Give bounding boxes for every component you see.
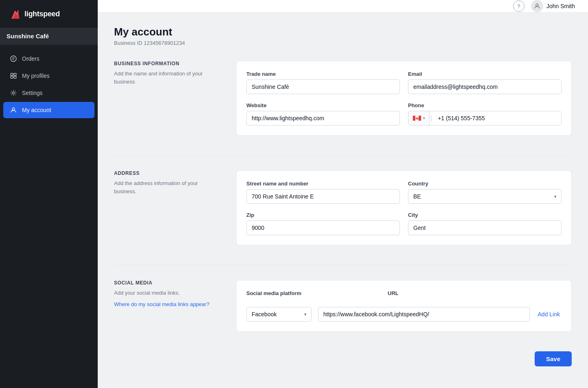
address-section: ADDRESS Add the address information of y… (114, 170, 572, 245)
page-title: My account (114, 26, 572, 38)
user-menu[interactable]: John Smith (531, 0, 575, 12)
footer-actions: Save (114, 351, 572, 379)
website-phone-row: Website Phone 🍁 ▾ (246, 102, 562, 126)
svg-rect-1 (11, 73, 13, 75)
trade-name-group: Trade name (246, 71, 400, 94)
section-info-address: ADDRESS Add the address information of y… (114, 170, 220, 245)
social-media-section: SOCIAL MEDIA Add your social media links… (114, 280, 572, 332)
zip-label: Zip (246, 212, 400, 218)
website-label: Website (246, 102, 400, 108)
settings-label: Settings (22, 90, 43, 96)
phone-input-wrapper: 🍁 ▾ | (408, 111, 562, 126)
help-button[interactable]: ? (513, 0, 524, 12)
phone-group: Phone 🍁 ▾ | (408, 102, 562, 126)
phone-label: Phone (408, 102, 562, 108)
svg-point-7 (536, 4, 538, 7)
sidebar-item-orders[interactable]: Orders (3, 51, 94, 67)
social-link[interactable]: Where do my social media links appear? (114, 301, 220, 307)
account-icon (10, 106, 17, 114)
country-select-wrapper: BE CA US FR (408, 189, 562, 204)
platform-label: Social media platform (246, 290, 380, 296)
sidebar-item-settings[interactable]: Settings (3, 85, 94, 101)
city-group: City (408, 212, 562, 235)
phone-chevron-icon: ▾ (423, 116, 425, 120)
svg-point-6 (12, 108, 15, 110)
country-label: Country (408, 181, 562, 187)
business-info-title: BUSINESS INFORMATION (114, 61, 220, 66)
svg-point-5 (13, 92, 15, 94)
divider-2 (114, 265, 572, 265)
help-icon: ? (517, 3, 520, 9)
sidebar-business[interactable]: Sunshine Café (0, 28, 98, 45)
orders-label: Orders (22, 55, 39, 62)
social-platform-url-row: Social media platform URL (246, 290, 562, 299)
my-account-label: My account (22, 107, 51, 113)
social-title: SOCIAL MEDIA (114, 280, 220, 286)
orders-icon (10, 55, 17, 62)
street-label: Street name and number (246, 181, 400, 187)
website-input[interactable] (246, 111, 400, 126)
username-label: John Smith (546, 3, 575, 9)
lightspeed-logo-icon (8, 7, 21, 20)
platform-select[interactable]: Facebook Instagram Twitter LinkedIn (246, 307, 312, 322)
sidebar-item-my-account[interactable]: My account (3, 102, 94, 118)
street-input[interactable] (246, 189, 400, 204)
platform-select-wrapper: Facebook Instagram Twitter LinkedIn (246, 307, 312, 322)
svg-rect-3 (11, 76, 13, 78)
city-label: City (408, 212, 562, 218)
social-desc: Add your social media links. (114, 289, 220, 297)
zip-city-row: Zip City (246, 212, 562, 235)
save-button[interactable]: Save (535, 351, 572, 366)
profiles-icon (10, 72, 17, 79)
avatar (531, 0, 543, 12)
zip-input[interactable] (246, 220, 400, 235)
business-info-desc: Add the name and information of your bus… (114, 70, 220, 86)
business-id: Business ID 12345678901234 (114, 40, 572, 46)
svg-rect-4 (14, 76, 16, 78)
my-profiles-label: My profiles (22, 73, 50, 79)
page-content: My account Business ID 12345678901234 BU… (98, 13, 588, 388)
email-label: Email (408, 71, 562, 77)
email-input[interactable] (408, 79, 562, 94)
trade-name-label: Trade name (246, 71, 400, 77)
address-title: ADDRESS (114, 170, 220, 176)
add-link-button[interactable]: Add Link (536, 308, 562, 321)
website-group: Website (246, 102, 400, 126)
street-country-row: Street name and number Country BE CA US … (246, 181, 562, 204)
logo-text: lightspeed (24, 10, 60, 18)
url-input-group (318, 307, 530, 322)
country-group: Country BE CA US FR (408, 181, 562, 204)
section-info-social: SOCIAL MEDIA Add your social media links… (114, 280, 220, 332)
url-label: URL (388, 290, 521, 296)
address-desc: Add the address information of your busi… (114, 179, 220, 195)
topbar: ? John Smith (98, 0, 588, 13)
phone-number-input[interactable] (433, 111, 561, 125)
sidebar: lightspeed Sunshine Café Orders (0, 0, 98, 388)
business-info-section: BUSINESS INFORMATION Add the name and in… (114, 61, 572, 136)
city-input[interactable] (408, 220, 562, 235)
divider-1 (114, 155, 572, 156)
trade-email-row: Trade name Email (246, 71, 562, 94)
svg-rect-2 (14, 73, 16, 75)
sidebar-item-my-profiles[interactable]: My profiles (3, 68, 94, 84)
sidebar-nav: Orders My profiles Settings (0, 48, 98, 388)
zip-group: Zip (246, 212, 400, 235)
social-url-input[interactable] (318, 307, 530, 322)
street-group: Street name and number (246, 181, 400, 204)
social-input-row: Facebook Instagram Twitter LinkedIn Add … (246, 307, 562, 322)
settings-icon (10, 89, 17, 97)
phone-flag-selector[interactable]: 🍁 ▾ (408, 111, 430, 125)
business-name: Sunshine Café (7, 33, 49, 40)
logo[interactable]: lightspeed (0, 0, 98, 28)
business-info-card: Trade name Email Website Phone (236, 61, 572, 136)
platform-group: Social media platform (246, 290, 380, 299)
address-card: Street name and number Country BE CA US … (236, 170, 572, 245)
main-content: ? John Smith My account Business ID 1234… (98, 0, 588, 388)
social-media-card: Social media platform URL Facebook Insta… (236, 280, 572, 332)
url-group: URL (388, 290, 521, 299)
section-info-business: BUSINESS INFORMATION Add the name and in… (114, 61, 220, 136)
email-group: Email (408, 71, 562, 94)
country-select[interactable]: BE CA US FR (408, 189, 562, 204)
trade-name-input[interactable] (246, 79, 400, 94)
